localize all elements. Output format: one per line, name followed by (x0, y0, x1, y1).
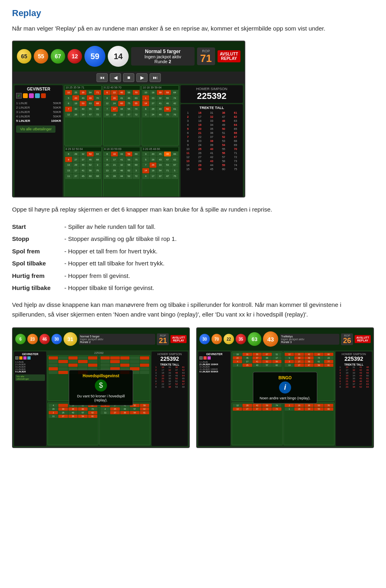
mini-card-r4: 226385370 126345566 (283, 403, 335, 445)
mini-prize-5: 5 LINJER (15, 370, 45, 373)
mini-ball-r63: 63 (248, 332, 261, 346)
dot-red (41, 93, 46, 98)
ctrl-fast[interactable]: ⏭ (150, 73, 161, 82)
description-header: Oppe til høyre på replay skjermen er det… (12, 205, 374, 214)
term-stopp: Stopp (12, 234, 64, 244)
mini-right-panel-r: HOMER SIMPSON 225392 TREKTE TALL 1163141… (336, 352, 372, 446)
n16: 16 (194, 111, 206, 115)
mini-trekte-title: TREKTE TALL (153, 363, 187, 366)
mini-ball-46: 46 (39, 334, 50, 344)
overlay-right-title: BINGO (258, 375, 312, 380)
mini-num-grid-left: 116313661 217324762 318334863 419344964 … (153, 366, 187, 388)
gevinster-title: GEVINSTER (16, 87, 61, 91)
mini-game-info: Normal 5 fargerIngen jackpot aktivRunde … (79, 334, 155, 345)
desc-spolfrem: Spol frem - Hopper et tall frem for hver… (12, 247, 374, 256)
n1: 1 (182, 111, 194, 115)
term-spoltilbake: Spol tilbake (12, 259, 64, 268)
prize-4-line: 4 LINJER50KR (16, 114, 61, 119)
mini-score-r: 225392 (337, 356, 371, 362)
rop-number: 71 (200, 53, 212, 64)
mini-homer-score: 225392 (153, 356, 187, 362)
ball-65: 65 (17, 49, 31, 64)
vis-utbetalinger-label: Vis alle utbetalinger (16, 125, 55, 133)
mini-vis-btn[interactable]: Vis alleutbetalinger (15, 374, 45, 381)
term-hurtigfrem: Hurtig frem (12, 271, 64, 281)
prize-1-line: 1 LINJE50KR (16, 101, 61, 105)
dot-orange (23, 93, 28, 98)
mini-card-3: 4396267 1530486673 225435762 1127355461 (47, 403, 99, 445)
mini-ball-6: 6 (15, 334, 26, 344)
jackpot-text: Ingen jackpot aktiv (135, 54, 191, 59)
mini-prize-r5: 5 LINJER 500KR (199, 370, 229, 373)
ball-59: 59 (84, 46, 105, 67)
mini-dots-r: ✓ (199, 356, 229, 360)
trekte-tall-box: TREKTE TALL 116313661 217324762 31833486… (181, 104, 243, 197)
mini-ball-23: 23 (27, 334, 38, 344)
mini-ball-r43: 43 (263, 331, 278, 347)
desc-hurtigtilbake: Hurtig tilbake - Hopper tilbake til forr… (12, 284, 374, 293)
homer-name: HOMER SIMPSON (182, 87, 241, 91)
mini-dot-p (23, 356, 27, 360)
ball-12: 12 (68, 49, 82, 64)
mini-top-left: 6 23 46 30 31 Normal 5 fargerIngen jackp… (13, 328, 189, 350)
overlay-left-title: Hovedspillsgevinst (74, 373, 128, 378)
avslutt-button[interactable]: AVSLUTT REPLAY (218, 50, 240, 62)
ball-67: 67 (51, 49, 65, 64)
desc-start: Start - Spiller av hele runden tall for … (12, 222, 374, 232)
number-grid: 116313661 217324762 318334863 419344964 … (182, 111, 241, 171)
ball-14: 14 (108, 46, 129, 67)
descriptions-table: Start - Spiller av hele runden tall for … (12, 222, 374, 293)
mini-dot-o (19, 356, 23, 360)
term-spolfrem: Spol frem (12, 247, 64, 256)
playback-controls: ⏮ ◀ ■ ▶ ⏭ (13, 72, 244, 84)
mini-ball-r35: 35 (236, 334, 246, 344)
ball-55: 55 (34, 49, 48, 64)
dot-blue (35, 93, 40, 98)
mini-gevinster-r: GEVINSTER (199, 353, 229, 356)
def-hurtigfrem: - Hopper frem til gevinst. (64, 271, 130, 281)
right-panel: HOMER SIMPSON 225392 TREKTE TALL 1163136… (181, 85, 243, 197)
mini-left-panel-r: GEVINSTER ✓ 1 LINJE 2 LINJER 100KR 3 LIN… (198, 352, 230, 446)
card-5-header: 8 16 33 59 69 (103, 147, 140, 151)
mini-ball-r22: 22 (224, 334, 234, 344)
desc-stopp: Stopp - Stopper avspilling og går tilbak… (12, 234, 374, 244)
page-title: Replay (12, 8, 374, 19)
term-hurtigtilbake: Hurtig tilbake (12, 284, 64, 293)
left-panel: GEVINSTER ✓ 1 LINJE50KR 2 LINJER50KR 3 L… (14, 85, 63, 197)
mini-screen-left: 6 23 46 30 31 Normal 5 fargerIngen jackp… (12, 327, 190, 448)
mini-check: ✓ (15, 356, 18, 360)
homer-score: 225392 (182, 91, 241, 101)
mini-rop-r: ROP 26 (341, 333, 353, 345)
ctrl-back[interactable]: ◀ (110, 73, 121, 82)
bottom-text: Ved hjelp av disse knappene kan man manø… (12, 300, 374, 319)
term-start: Start (12, 222, 64, 232)
desc-spoltilbake: Spol tilbake - Hopper ett tall tilbake f… (12, 259, 374, 268)
bingo-cards-area: 10 25 35 54 71 1025355471 520434970 6195… (64, 85, 179, 197)
mini-right-panel: HOMER SIMPSON 225392 TREKTE TALL 1163136… (152, 352, 188, 446)
check-mark: ✓ (16, 93, 22, 99)
ctrl-play[interactable]: ▶ (136, 73, 148, 82)
bottom-screenshots: 6 23 46 30 31 Normal 5 fargerIngen jackp… (12, 327, 374, 448)
game-type: Normal 5 farger (135, 49, 191, 54)
mini-num-grid-right: 116314148 217324249 318334359 419344460 … (337, 366, 371, 388)
round-info: Runde 2 (135, 59, 191, 64)
bingo-card-5: 8 16 33 59 69 816335969 917415675 152132… (103, 147, 140, 197)
prize-5-line: 5 LINJER100KR (16, 119, 61, 123)
mini-score: 225392 (47, 352, 150, 354)
mini-ball-31: 31 (64, 332, 77, 346)
overlay-left-body: Du vant 50 kroner i hovedspill (replay). (74, 394, 128, 402)
mini-trekte-r: TREKTE TALL (337, 363, 371, 366)
card-3-header: 10 16 39 59 64 (142, 86, 179, 90)
bingo-card-3: 10 16 39 59 64 1016395964 123325574 1427… (142, 85, 179, 146)
mini-card-r3: 1229425974 1327474974 (232, 403, 283, 445)
card-6-header: 3 20 45 48 66 (142, 147, 179, 151)
mini-homer-name: HOMER SIMPSON (153, 353, 187, 356)
vis-btn[interactable]: Vis alle utbetalinger (16, 125, 61, 133)
bingo-card-1: 10 25 35 54 71 1025355471 520434970 6195… (64, 85, 102, 146)
ctrl-stop[interactable]: ■ (123, 73, 134, 82)
main-screenshot: 65 55 67 12 59 14 Normal 5 farger Ingen … (12, 41, 245, 197)
ctrl-first[interactable]: ⏮ (96, 73, 108, 82)
overlay-right: BINGO i Noen andre vant bingo (replay). (253, 372, 317, 403)
bingo-card-4: 8 29 32 50 64 829325064 827374668 132946… (64, 147, 102, 197)
def-spolfrem: - Hopper et tall frem for hvert trykk. (64, 247, 158, 256)
